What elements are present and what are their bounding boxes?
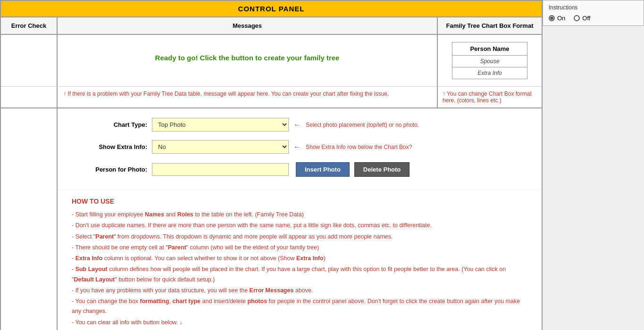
ftb-person-name: Person Name [452, 42, 527, 56]
person-photo-row: Person for Photo: Insert Photo Delete Ph… [72, 162, 527, 177]
how-to-title: HOW TO USE [72, 198, 527, 205]
how-to-use-section: HOW TO USE - Start filling your employee… [58, 190, 542, 330]
show-extra-label: Show Extra Info: [72, 143, 147, 150]
family-tree-box-preview: Person Name Spouse Extra Info [438, 35, 542, 86]
instructions-panel: Instructions On Off [543, 0, 644, 26]
instructions-radio-group: On Off [549, 15, 638, 22]
ftb-extra-info: Extra Info [452, 67, 527, 79]
ftb-container: Person Name Spouse Extra Info [452, 42, 527, 79]
controls-left-sidebar [1, 108, 58, 330]
show-extra-select[interactable]: No [152, 140, 289, 154]
instructions-on-label: On [557, 15, 565, 22]
col-error-check: Error Check [1, 17, 58, 34]
show-extra-arrow-icon: ← [293, 143, 301, 151]
chart-type-select[interactable]: Top Photo [152, 118, 289, 132]
instructions-title: Instructions [549, 4, 638, 11]
controls-area: Chart Type: Top Photo ← Select photo pla… [58, 108, 542, 330]
instructions-off-option[interactable]: Off [574, 15, 590, 22]
messages-area: Ready to go! Click the button to create … [58, 35, 438, 86]
column-headers: Error Check Messages Family Tree Chart B… [1, 17, 542, 35]
control-panel-header: CONTROL PANEL [1, 1, 542, 17]
instructions-off-label: Off [582, 15, 590, 22]
radio-on-icon [549, 15, 555, 21]
show-extra-row: Show Extra Info: No ← Show Extra Info ro… [72, 140, 527, 154]
person-photo-label: Person for Photo: [72, 166, 147, 173]
ready-message: Ready to go! Click the button to create … [58, 35, 437, 76]
how-to-text: - Start filling your employee Names and … [72, 210, 527, 328]
chart-type-row: Chart Type: Top Photo ← Select photo pla… [72, 118, 527, 132]
main-content-row: Ready to go! Click the button to create … [1, 35, 542, 87]
left-sidebar [1, 35, 58, 86]
controls-inner: Chart Type: Top Photo ← Select photo pla… [58, 108, 542, 190]
chart-type-arrow-icon: ← [293, 121, 301, 129]
hint-right-text: ↑ You can change Chart Box format here. … [438, 87, 542, 107]
person-photo-input[interactable] [152, 163, 289, 176]
hint-left-text: ↑ If there is a problem with your Family… [58, 87, 438, 107]
hint-row: ↑ If there is a problem with your Family… [1, 87, 542, 108]
col-messages: Messages [58, 17, 438, 34]
instructions-on-option[interactable]: On [549, 15, 565, 22]
insert-photo-button[interactable]: Insert Photo [296, 162, 350, 177]
chart-type-hint: Select photo placement (top/left) or no … [306, 122, 419, 128]
delete-photo-button[interactable]: Delete Photo [354, 162, 410, 177]
controls-wrapper: Chart Type: Top Photo ← Select photo pla… [1, 108, 542, 330]
chart-type-label: Chart Type: [72, 121, 147, 128]
show-extra-hint: Show Extra Info row below the Chart Box? [306, 144, 412, 150]
col-format: Family Tree Chart Box Format [438, 17, 542, 34]
ftb-spouse: Spouse [452, 56, 527, 67]
hint-left-sidebar [1, 87, 58, 107]
radio-off-icon [574, 15, 580, 21]
